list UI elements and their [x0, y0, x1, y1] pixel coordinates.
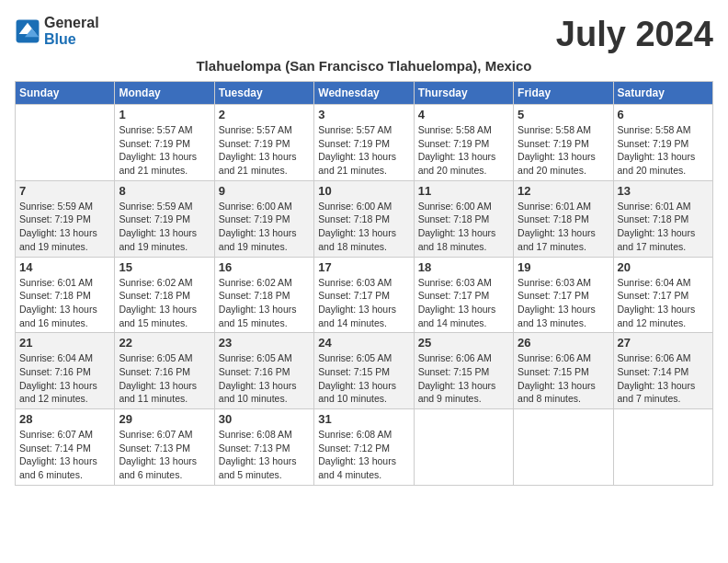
calendar-cell: 24Sunrise: 6:05 AM Sunset: 7:15 PM Dayli… [314, 333, 414, 409]
cell-date: 4 [418, 108, 509, 121]
cell-date: 26 [518, 336, 609, 350]
cell-info: Sunrise: 5:58 AM Sunset: 7:19 PM Dayligh… [618, 123, 709, 178]
calendar-cell [613, 409, 712, 486]
cell-date: 27 [618, 336, 709, 350]
calendar-cell: 10Sunrise: 6:00 AM Sunset: 7:18 PM Dayli… [314, 180, 414, 257]
logo-icon [15, 18, 40, 44]
calendar-cell [414, 409, 513, 486]
cell-info: Sunrise: 6:01 AM Sunset: 7:18 PM Dayligh… [518, 200, 609, 254]
cell-date: 23 [219, 336, 310, 350]
day-header-tuesday: Tuesday [214, 82, 313, 105]
calendar-cell: 23Sunrise: 6:05 AM Sunset: 7:16 PM Dayli… [214, 333, 313, 409]
cell-date: 18 [418, 260, 509, 274]
day-header-thursday: Thursday [414, 82, 513, 105]
location-title: Tlahuelompa (San Francisco Tlahuelompa),… [15, 58, 713, 74]
cell-info: Sunrise: 6:05 AM Sunset: 7:16 PM Dayligh… [219, 351, 310, 406]
cell-info: Sunrise: 5:59 AM Sunset: 7:19 PM Dayligh… [19, 200, 110, 254]
cell-date: 19 [518, 260, 609, 274]
cell-info: Sunrise: 5:59 AM Sunset: 7:19 PM Dayligh… [119, 200, 210, 254]
cell-info: Sunrise: 6:00 AM Sunset: 7:19 PM Dayligh… [219, 200, 310, 254]
cell-info: Sunrise: 5:57 AM Sunset: 7:19 PM Dayligh… [119, 123, 210, 178]
cell-info: Sunrise: 6:03 AM Sunset: 7:17 PM Dayligh… [518, 276, 609, 330]
calendar-cell: 1Sunrise: 5:57 AM Sunset: 7:19 PM Daylig… [115, 105, 214, 181]
cell-info: Sunrise: 5:57 AM Sunset: 7:19 PM Dayligh… [219, 123, 310, 178]
cell-date: 7 [19, 184, 110, 198]
cell-info: Sunrise: 6:04 AM Sunset: 7:16 PM Dayligh… [19, 351, 110, 406]
calendar-cell: 26Sunrise: 6:06 AM Sunset: 7:15 PM Dayli… [514, 333, 613, 409]
calendar-cell: 11Sunrise: 6:00 AM Sunset: 7:18 PM Dayli… [414, 180, 513, 257]
cell-info: Sunrise: 6:07 AM Sunset: 7:14 PM Dayligh… [19, 428, 110, 482]
logo-text: General Blue [44, 15, 99, 48]
calendar-cell: 21Sunrise: 6:04 AM Sunset: 7:16 PM Dayli… [16, 333, 115, 409]
calendar-cell: 7Sunrise: 5:59 AM Sunset: 7:19 PM Daylig… [16, 180, 115, 257]
cell-info: Sunrise: 6:01 AM Sunset: 7:18 PM Dayligh… [618, 200, 709, 254]
cell-info: Sunrise: 6:01 AM Sunset: 7:18 PM Dayligh… [19, 276, 110, 330]
cell-date: 16 [219, 260, 310, 274]
calendar-cell: 6Sunrise: 5:58 AM Sunset: 7:19 PM Daylig… [613, 105, 712, 181]
cell-date: 17 [318, 260, 409, 274]
cell-date: 1 [119, 108, 210, 121]
calendar-cell: 14Sunrise: 6:01 AM Sunset: 7:18 PM Dayli… [16, 257, 115, 333]
cell-date: 10 [318, 184, 409, 198]
cell-date: 5 [518, 108, 609, 121]
calendar-cell: 28Sunrise: 6:07 AM Sunset: 7:14 PM Dayli… [16, 409, 115, 486]
cell-date: 31 [318, 412, 409, 426]
calendar: SundayMondayTuesdayWednesdayThursdayFrid… [15, 81, 713, 486]
day-header-monday: Monday [115, 82, 214, 105]
calendar-cell: 19Sunrise: 6:03 AM Sunset: 7:17 PM Dayli… [514, 257, 613, 333]
cell-info: Sunrise: 6:03 AM Sunset: 7:17 PM Dayligh… [318, 276, 409, 330]
calendar-cell: 4Sunrise: 5:58 AM Sunset: 7:19 PM Daylig… [414, 105, 513, 181]
cell-info: Sunrise: 6:08 AM Sunset: 7:13 PM Dayligh… [219, 428, 310, 482]
cell-info: Sunrise: 6:06 AM Sunset: 7:15 PM Dayligh… [418, 351, 509, 406]
calendar-cell [16, 105, 115, 181]
calendar-cell: 27Sunrise: 6:06 AM Sunset: 7:14 PM Dayli… [613, 333, 712, 409]
cell-info: Sunrise: 6:00 AM Sunset: 7:18 PM Dayligh… [318, 200, 409, 254]
calendar-cell: 15Sunrise: 6:02 AM Sunset: 7:18 PM Dayli… [115, 257, 214, 333]
cell-info: Sunrise: 6:03 AM Sunset: 7:17 PM Dayligh… [418, 276, 509, 330]
cell-date: 29 [119, 412, 210, 426]
cell-date: 3 [318, 108, 409, 121]
cell-info: Sunrise: 6:02 AM Sunset: 7:18 PM Dayligh… [119, 276, 210, 330]
cell-date: 6 [618, 108, 709, 121]
cell-date: 28 [19, 412, 110, 426]
cell-date: 13 [618, 184, 709, 198]
calendar-cell: 5Sunrise: 5:58 AM Sunset: 7:19 PM Daylig… [514, 105, 613, 181]
calendar-cell: 3Sunrise: 5:57 AM Sunset: 7:19 PM Daylig… [314, 105, 414, 181]
logo: General Blue [15, 15, 99, 48]
cell-date: 2 [219, 108, 310, 121]
cell-info: Sunrise: 5:58 AM Sunset: 7:19 PM Dayligh… [518, 123, 609, 178]
calendar-cell: 25Sunrise: 6:06 AM Sunset: 7:15 PM Dayli… [414, 333, 513, 409]
calendar-cell: 18Sunrise: 6:03 AM Sunset: 7:17 PM Dayli… [414, 257, 513, 333]
cell-date: 30 [219, 412, 310, 426]
calendar-cell: 13Sunrise: 6:01 AM Sunset: 7:18 PM Dayli… [613, 180, 712, 257]
cell-date: 20 [618, 260, 709, 274]
cell-date: 22 [119, 336, 210, 350]
cell-date: 21 [19, 336, 110, 350]
calendar-cell: 29Sunrise: 6:07 AM Sunset: 7:13 PM Dayli… [115, 409, 214, 486]
calendar-cell: 22Sunrise: 6:05 AM Sunset: 7:16 PM Dayli… [115, 333, 214, 409]
month-title: July 2024 [556, 15, 713, 54]
cell-info: Sunrise: 5:58 AM Sunset: 7:19 PM Dayligh… [418, 123, 509, 178]
cell-date: 15 [119, 260, 210, 274]
day-header-friday: Friday [514, 82, 613, 105]
cell-info: Sunrise: 6:02 AM Sunset: 7:18 PM Dayligh… [219, 276, 310, 330]
cell-info: Sunrise: 6:05 AM Sunset: 7:15 PM Dayligh… [318, 351, 409, 406]
calendar-cell: 16Sunrise: 6:02 AM Sunset: 7:18 PM Dayli… [214, 257, 313, 333]
cell-info: Sunrise: 6:00 AM Sunset: 7:18 PM Dayligh… [418, 200, 509, 254]
calendar-cell: 9Sunrise: 6:00 AM Sunset: 7:19 PM Daylig… [214, 180, 313, 257]
cell-date: 24 [318, 336, 409, 350]
cell-info: Sunrise: 6:06 AM Sunset: 7:14 PM Dayligh… [618, 351, 709, 406]
calendar-cell: 12Sunrise: 6:01 AM Sunset: 7:18 PM Dayli… [514, 180, 613, 257]
calendar-cell: 8Sunrise: 5:59 AM Sunset: 7:19 PM Daylig… [115, 180, 214, 257]
cell-date: 8 [119, 184, 210, 198]
cell-info: Sunrise: 6:04 AM Sunset: 7:17 PM Dayligh… [618, 276, 709, 330]
day-header-sunday: Sunday [16, 82, 115, 105]
cell-date: 12 [518, 184, 609, 198]
cell-info: Sunrise: 6:08 AM Sunset: 7:12 PM Dayligh… [318, 428, 409, 482]
calendar-cell: 20Sunrise: 6:04 AM Sunset: 7:17 PM Dayli… [613, 257, 712, 333]
cell-date: 11 [418, 184, 509, 198]
cell-info: Sunrise: 6:06 AM Sunset: 7:15 PM Dayligh… [518, 351, 609, 406]
cell-date: 14 [19, 260, 110, 274]
calendar-cell: 2Sunrise: 5:57 AM Sunset: 7:19 PM Daylig… [214, 105, 313, 181]
cell-info: Sunrise: 6:07 AM Sunset: 7:13 PM Dayligh… [119, 428, 210, 482]
